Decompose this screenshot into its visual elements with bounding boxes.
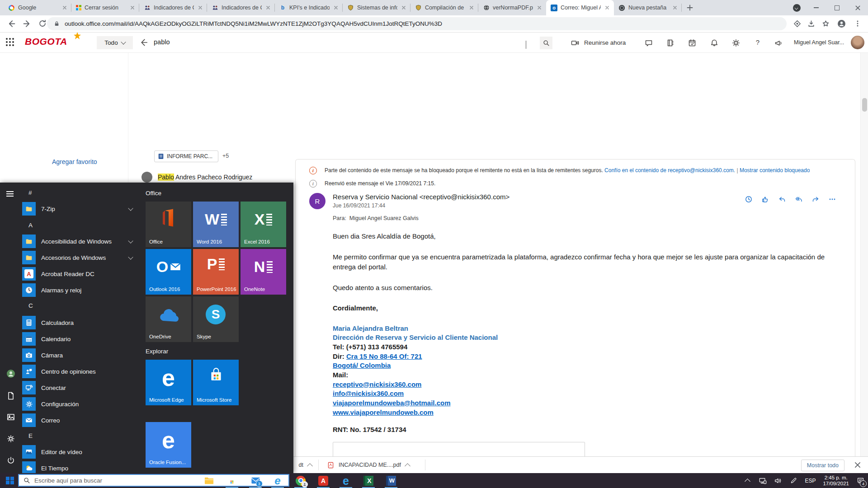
sender-avatar[interactable]: R bbox=[309, 193, 326, 209]
taskbar-icon-file-explorer[interactable] bbox=[199, 473, 219, 488]
browser-tab-kpis[interactable]: b KPI's e Indicadores bbox=[275, 0, 343, 15]
app-item-centro-opiniones[interactable]: Centro de opiniones bbox=[22, 363, 136, 380]
more-actions-icon[interactable] bbox=[828, 195, 837, 204]
city-link[interactable]: Bogotá/ Colombia bbox=[333, 361, 391, 369]
app-item-editor-video[interactable]: Editor de vídeo bbox=[22, 444, 136, 460]
tile-skype[interactable]: S Skype bbox=[193, 296, 239, 342]
documents-icon[interactable] bbox=[6, 391, 15, 400]
file-suggestion-chip[interactable]: INFORME PARC... bbox=[154, 150, 218, 162]
taskbar-icon-acrobat[interactable]: A bbox=[313, 473, 333, 488]
website-link[interactable]: www.viajaporelmundoweb.com bbox=[333, 408, 434, 416]
tab-close-icon[interactable] bbox=[672, 5, 678, 11]
close-window-button[interactable] bbox=[847, 0, 868, 15]
volume-icon[interactable] bbox=[770, 473, 786, 488]
browser-tab-google[interactable]: Google bbox=[4, 0, 71, 15]
video-camera-icon[interactable] bbox=[571, 38, 580, 47]
settings-gear-icon[interactable] bbox=[6, 434, 15, 443]
tile-office[interactable]: Office bbox=[146, 202, 191, 247]
add-favorite-link[interactable]: Agregar favorito bbox=[52, 158, 97, 165]
action-center-icon[interactable]: 4 bbox=[853, 473, 868, 488]
forward-icon[interactable] bbox=[23, 19, 32, 28]
profile-avatar-icon[interactable] bbox=[837, 19, 846, 28]
language-indicator[interactable]: ESP bbox=[801, 478, 819, 484]
history-icon[interactable] bbox=[744, 195, 753, 204]
megaphone-icon[interactable] bbox=[774, 38, 783, 47]
browser-tab-sistemas[interactable]: Sistemas de inform bbox=[343, 0, 410, 15]
hidden-icons-chevron[interactable] bbox=[740, 473, 755, 488]
contact-suggestion-row[interactable]: Pablo Andres Pacheco Rodriguez bbox=[142, 172, 252, 183]
calendar-check-icon[interactable] bbox=[688, 38, 697, 47]
tile-word-2016[interactable]: W Word 2016 bbox=[193, 202, 239, 247]
scrollbar-thumb[interactable] bbox=[862, 98, 867, 112]
browser-tab-correo-active[interactable]: o Correo: Miguel Ang bbox=[546, 0, 614, 15]
alpha-header[interactable]: C bbox=[28, 300, 33, 311]
app-item-calendario[interactable]: Calendario bbox=[22, 331, 136, 347]
tile-onenote[interactable]: N OneNote bbox=[241, 249, 286, 295]
restore-button[interactable] bbox=[826, 0, 847, 15]
task-view-icon[interactable] bbox=[179, 473, 199, 488]
taskbar-icon-mail[interactable]: 3 bbox=[245, 473, 265, 488]
minimize-button[interactable] bbox=[806, 0, 826, 15]
chevron-up-icon[interactable] bbox=[405, 463, 410, 469]
pen-icon[interactable] bbox=[786, 473, 801, 488]
app-item-camara[interactable]: Cámara bbox=[22, 347, 136, 363]
taskbar-icon-excel[interactable]: X bbox=[359, 473, 378, 488]
network-display-icon[interactable] bbox=[755, 473, 770, 488]
help-icon[interactable]: ? bbox=[753, 38, 762, 47]
app-item-acrobat[interactable]: A Acrobat Reader DC bbox=[22, 266, 136, 282]
app-item-configuracion[interactable]: Configuración bbox=[22, 396, 136, 412]
tile-outlook-2016[interactable]: O Outlook 2016 bbox=[146, 249, 191, 295]
tile-microsoft-store[interactable]: Microsoft Store bbox=[193, 360, 239, 405]
chevron-up-icon[interactable] bbox=[307, 463, 313, 469]
power-icon[interactable] bbox=[6, 456, 15, 465]
address-link[interactable]: Cra 15 No 88-64 Of: 721 bbox=[346, 352, 422, 360]
browser-extra-button[interactable] bbox=[788, 0, 806, 15]
taskbar-icon-store[interactable] bbox=[222, 473, 242, 488]
app-item-correo[interactable]: Correo bbox=[22, 412, 136, 428]
alpha-header[interactable]: A bbox=[28, 220, 33, 230]
tab-close-icon[interactable] bbox=[129, 5, 136, 11]
app-launcher-icon[interactable] bbox=[5, 37, 20, 52]
account-avatar[interactable] bbox=[851, 36, 864, 49]
taskbar-icon-edge[interactable]: e bbox=[336, 473, 356, 488]
sender-line[interactable]: Reserva y Servicio Nacional <receptivo@n… bbox=[333, 193, 509, 201]
tile-excel-2016[interactable]: X Excel 2016 bbox=[241, 202, 286, 247]
hamburger-menu-icon[interactable] bbox=[6, 190, 15, 199]
more-files-count[interactable]: +5 bbox=[222, 153, 229, 159]
chevron-down-icon[interactable] bbox=[128, 254, 133, 259]
app-item-accesibilidad[interactable]: Accesibilidad de Windows bbox=[22, 233, 136, 249]
search-options-chevron-icon[interactable] bbox=[526, 41, 526, 49]
tile-microsoft-edge[interactable]: e Microsoft Edge bbox=[146, 360, 191, 405]
app-item-calculadora[interactable]: Calculadora bbox=[22, 314, 136, 331]
app-item-7zip[interactable]: 7-Zip bbox=[22, 201, 136, 217]
search-back-icon[interactable] bbox=[138, 38, 148, 47]
back-icon[interactable] bbox=[6, 19, 16, 28]
account-name[interactable]: Miguel Angel Suar... bbox=[794, 39, 844, 46]
alpha-header[interactable]: # bbox=[28, 187, 32, 198]
browser-tab-cerrar-sesion[interactable]: Cerrar sesión bbox=[71, 0, 139, 15]
tab-close-icon[interactable] bbox=[401, 5, 407, 11]
close-shelf-icon[interactable] bbox=[854, 461, 862, 469]
tab-close-icon[interactable] bbox=[604, 5, 610, 11]
download-icon[interactable] bbox=[807, 20, 815, 28]
alpha-header[interactable]: E bbox=[28, 430, 33, 441]
chevron-down-icon[interactable] bbox=[128, 238, 133, 243]
email-link[interactable]: info@nickisix360.com bbox=[333, 389, 404, 397]
chat-icon[interactable] bbox=[644, 38, 653, 47]
taskbar-icon-word[interactable]: W bbox=[381, 473, 401, 488]
tile-group-office-label[interactable]: Office bbox=[146, 190, 161, 197]
show-blocked-link[interactable]: Mostrar contenido bloqueado bbox=[740, 167, 810, 174]
show-all-downloads-button[interactable]: Mostrar todo bbox=[801, 460, 844, 471]
browser-tab-vernorma-pdf[interactable]: verNormaPDF.pdf bbox=[478, 0, 546, 15]
tab-close-icon[interactable] bbox=[61, 5, 68, 11]
app-item-alarmas[interactable]: Alarmas y reloj bbox=[22, 282, 136, 298]
reply-icon[interactable] bbox=[778, 195, 787, 204]
app-item-conectar[interactable]: Conectar bbox=[22, 380, 136, 396]
clock[interactable]: 2:45 p. m.17/09/2021 bbox=[819, 475, 853, 487]
tile-group-explorar-label[interactable]: Explorar bbox=[146, 348, 168, 355]
tab-close-icon[interactable] bbox=[197, 5, 203, 11]
filter-dropdown[interactable]: Todo bbox=[97, 36, 133, 49]
tile-powerpoint-2016[interactable]: P PowerPoint 2016 bbox=[193, 249, 239, 295]
tracking-prevention-icon[interactable] bbox=[793, 20, 801, 28]
forward-icon[interactable] bbox=[811, 195, 820, 204]
